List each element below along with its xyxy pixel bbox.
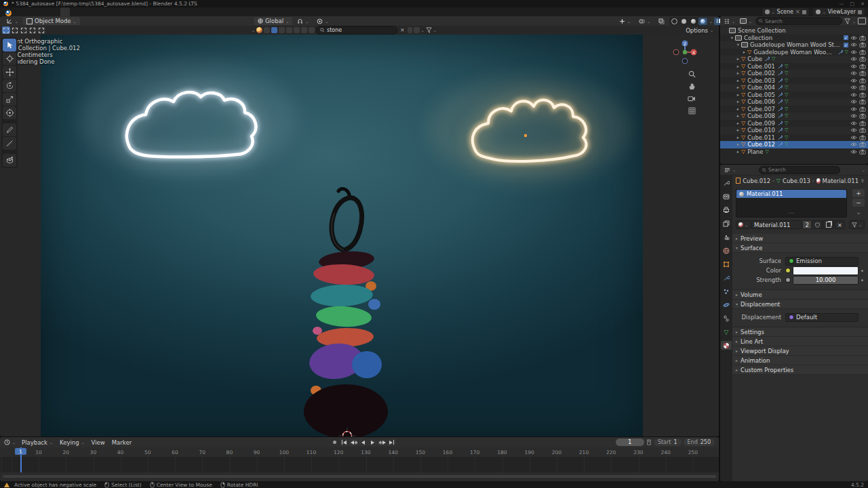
- expand-icon[interactable]: ▸: [735, 149, 741, 155]
- outliner-row[interactable]: ▾Guadeloupe Woman Wood Statue✓: [720, 41, 868, 49]
- hide-viewport-icon[interactable]: [850, 64, 857, 69]
- hide-viewport-icon[interactable]: [850, 99, 857, 104]
- clear-search-icon[interactable]: ✕: [399, 27, 406, 33]
- timeline-menu-item[interactable]: Marker⌄: [108, 439, 135, 446]
- timeline-menu-item[interactable]: Playback⌄: [18, 439, 56, 446]
- shading-solid-button[interactable]: [679, 18, 688, 25]
- workspace-tab[interactable]: [127, 7, 136, 16]
- outliner-row[interactable]: ▸▽Cube.008▽: [720, 113, 868, 120]
- outliner-row[interactable]: ▸▽Plane▽: [720, 148, 868, 156]
- jump-to-end-button[interactable]: [387, 439, 396, 446]
- material-slot-selected[interactable]: Material.011: [736, 190, 846, 198]
- filter-type-icon-5[interactable]: [294, 27, 300, 33]
- mode-selector[interactable]: Object Mode⌄: [23, 17, 80, 25]
- outliner-row[interactable]: ▸▽Cube.006▽: [720, 98, 868, 106]
- navigation-gizmo[interactable]: Z X: [670, 37, 700, 67]
- hide-viewport-icon[interactable]: [850, 92, 857, 98]
- play-button[interactable]: [368, 439, 377, 446]
- breadcrumb-data[interactable]: Cube.013: [783, 178, 810, 184]
- outliner-row[interactable]: ▸▽Cube▽: [720, 56, 868, 63]
- play-reverse-button[interactable]: [359, 439, 368, 446]
- expand-icon[interactable]: ▸: [735, 64, 741, 69]
- workspace-tab[interactable]: [146, 7, 155, 16]
- transform-orientation[interactable]: Global⌄: [254, 17, 292, 25]
- rotate-tool[interactable]: [3, 79, 16, 92]
- disable-render-icon[interactable]: [859, 49, 866, 55]
- filter-type-icon-1[interactable]: [264, 27, 270, 33]
- expand-icon[interactable]: ▸: [735, 92, 741, 98]
- pan-hand-icon[interactable]: [686, 81, 697, 92]
- render-region[interactable]: [41, 35, 643, 436]
- outliner-row[interactable]: ▸▽Cube.005▽: [720, 92, 868, 99]
- xray-toggle[interactable]: [655, 17, 668, 25]
- tab-physics[interactable]: [721, 300, 732, 309]
- stone-blue[interactable]: [352, 351, 382, 378]
- workspace-tab[interactable]: [136, 7, 146, 16]
- hide-viewport-icon[interactable]: [850, 135, 857, 140]
- close-button[interactable]: ✕: [861, 1, 865, 7]
- expand-icon[interactable]: ▸: [735, 85, 741, 90]
- tab-object[interactable]: [721, 260, 732, 268]
- blender-menu-icon[interactable]: [5, 10, 12, 16]
- expand-icon[interactable]: ▸: [735, 127, 741, 133]
- panel-preview[interactable]: ▸Preview: [732, 234, 868, 243]
- camera-view-icon[interactable]: [686, 93, 697, 104]
- tab-output[interactable]: [721, 205, 732, 214]
- shading-dropdown-icon[interactable]: ⌄: [709, 19, 713, 24]
- tab-constraints[interactable]: [721, 314, 732, 323]
- filter-type-icon-6[interactable]: [301, 27, 307, 33]
- expand-icon[interactable]: ▸: [741, 49, 747, 55]
- outliner-row[interactable]: ▸▽Cube.002▽: [720, 70, 868, 77]
- cursor-tool[interactable]: [3, 52, 16, 65]
- pebble-blue[interactable]: [368, 299, 380, 310]
- auto-keyframe-button[interactable]: [330, 439, 339, 446]
- panel-displacement[interactable]: ▾Displacement: [732, 300, 868, 309]
- new-collection-button[interactable]: [858, 18, 866, 24]
- display-mode-icon[interactable]: [414, 27, 420, 33]
- tab-particles[interactable]: [721, 287, 732, 296]
- list-resize-grip[interactable]: ┄┄: [789, 211, 794, 216]
- workspace-tab[interactable]: [155, 7, 165, 16]
- next-keyframe-button[interactable]: [378, 439, 387, 446]
- panel-surface[interactable]: ▾Surface: [732, 243, 868, 253]
- timeline-ruler[interactable]: 1020304050607080901001101201301401501601…: [0, 447, 719, 458]
- editor-type-button[interactable]: ⌄: [3, 17, 22, 25]
- properties-options-icon[interactable]: ⌄: [862, 167, 865, 172]
- minimize-button[interactable]: —: [840, 1, 844, 7]
- outliner-editor-type-button[interactable]: ⌄: [722, 17, 736, 25]
- panel-settings[interactable]: ▸Settings: [732, 327, 868, 337]
- panel-animation[interactable]: ▸Animation: [732, 356, 868, 365]
- measure-tool[interactable]: [3, 137, 16, 150]
- breadcrumb-object[interactable]: Cube.012: [743, 178, 770, 184]
- expand-icon[interactable]: ▸: [735, 106, 741, 112]
- expand-icon[interactable]: ▸: [735, 78, 741, 83]
- expand-icon[interactable]: ▸: [735, 121, 741, 126]
- disable-render-icon[interactable]: [859, 64, 866, 69]
- add-slot-button[interactable]: +: [852, 189, 865, 197]
- scale-tool[interactable]: [3, 93, 16, 106]
- expand-icon[interactable]: ▸: [735, 56, 741, 62]
- outliner-filter-icon[interactable]: [844, 18, 850, 24]
- hide-viewport-icon[interactable]: [850, 149, 857, 155]
- timeline-channels[interactable]: [0, 457, 719, 472]
- select-subtract-button[interactable]: [20, 26, 28, 34]
- tab-world[interactable]: [721, 246, 732, 255]
- disable-render-icon[interactable]: [859, 135, 866, 140]
- workspace-tab[interactable]: [108, 7, 117, 16]
- stone-green[interactable]: [315, 305, 372, 328]
- users-count-badge[interactable]: 2: [802, 220, 811, 229]
- slot-specials-button[interactable]: ⌄: [852, 208, 865, 216]
- hide-viewport-icon[interactable]: [850, 106, 857, 112]
- timeline-editor-type-button[interactable]: ⌄: [3, 439, 17, 447]
- material-filter-button[interactable]: ⌄: [849, 220, 865, 229]
- strength-slider[interactable]: 10.000: [793, 276, 859, 285]
- new-scene-icon[interactable]: [802, 10, 806, 14]
- zoom-icon[interactable]: [686, 68, 697, 79]
- filter-type-icon-3[interactable]: [279, 27, 285, 33]
- expand-icon[interactable]: ▸: [735, 99, 741, 104]
- workspace-tab[interactable]: [79, 7, 89, 16]
- unlink-material-button[interactable]: ×: [835, 220, 845, 229]
- stone-teal[interactable]: [310, 283, 373, 307]
- pin-icon[interactable]: [861, 178, 865, 184]
- outliner-row[interactable]: ▸▽Guadeloupe Woman Wood Statue▽: [720, 49, 868, 56]
